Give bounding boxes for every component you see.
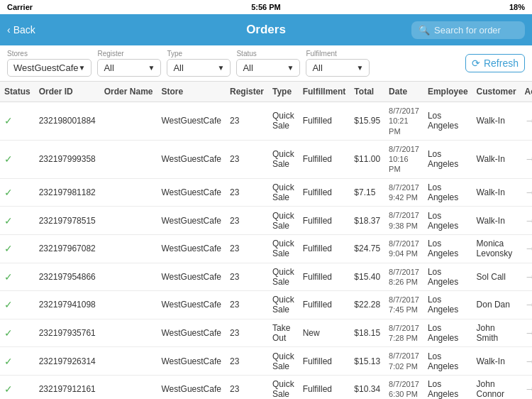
action-arrow-icon[interactable]: → (525, 114, 532, 126)
fulfillment-filter-value: All (312, 62, 322, 73)
cell-action[interactable]: → (521, 140, 532, 178)
cell-type: Quick Sale (268, 347, 299, 376)
cell-action[interactable]: → (521, 375, 532, 399)
search-placeholder: Search for order (434, 25, 501, 35)
cell-action[interactable]: → (521, 291, 532, 319)
cell-customer: John Connor (472, 375, 521, 399)
refresh-label: Refresh (484, 58, 519, 69)
battery-label: 18% (509, 3, 525, 11)
page-title: Orders (246, 23, 286, 37)
cell-action[interactable]: → (521, 102, 532, 141)
stores-filter[interactable]: Stores WestGuestCafe ▼ (7, 50, 92, 77)
action-arrow-icon[interactable]: → (525, 214, 532, 226)
cell-store: WestGuestCafe (157, 291, 225, 319)
cell-fulfillment: Fulfilled (299, 207, 350, 235)
col-order-name: Order Name (100, 82, 157, 102)
col-customer: Customer (472, 82, 521, 102)
stores-chevron-icon: ▼ (79, 64, 86, 72)
col-type: Type (268, 82, 299, 102)
refresh-button[interactable]: ⟳ Refresh (465, 54, 525, 72)
col-store: Store (157, 82, 225, 102)
cell-fulfillment: Fulfilled (299, 102, 350, 141)
table-header: Status Order ID Order Name Store Registe… (0, 82, 532, 102)
table-row[interactable]: ✓ 232197935761 WestGuestCafe 23 Take Out… (0, 319, 532, 347)
action-arrow-icon[interactable]: → (525, 242, 532, 254)
cell-employee: Los Angeles (423, 263, 472, 291)
table-row[interactable]: ✓ 232197941098 WestGuestCafe 23 Quick Sa… (0, 291, 532, 319)
cell-customer: Walk-In (472, 102, 521, 141)
cell-fulfillment: Fulfilled (299, 291, 350, 319)
type-filter[interactable]: Type All ▼ (167, 50, 231, 77)
action-arrow-icon[interactable]: → (525, 355, 532, 367)
cell-fulfillment: New (299, 319, 350, 347)
cell-total: $15.95 (350, 102, 384, 141)
action-arrow-icon[interactable]: → (525, 186, 532, 198)
cell-status: ✓ (0, 375, 35, 399)
type-filter-label: Type (167, 50, 231, 58)
cell-type: Quick Sale (268, 140, 299, 178)
cell-customer: Don Dan (472, 291, 521, 319)
cell-order-id: 232197935761 (35, 319, 100, 347)
status-filter[interactable]: Status All ▼ (236, 50, 300, 77)
check-icon: ✓ (4, 327, 13, 339)
cell-date: 8/7/20179:04 PM (384, 234, 423, 263)
table-row[interactable]: ✓ 232197954866 WestGuestCafe 23 Quick Sa… (0, 263, 532, 291)
search-bar[interactable]: 🔍 Search for order (411, 21, 525, 39)
action-arrow-icon[interactable]: → (525, 270, 532, 283)
stores-filter-value: WestGuestCafe (13, 62, 79, 73)
cell-action[interactable]: → (521, 234, 532, 263)
type-filter-select[interactable]: All ▼ (167, 59, 231, 77)
action-arrow-icon[interactable]: → (525, 327, 532, 339)
register-filter-select[interactable]: All ▼ (97, 59, 161, 77)
table-row[interactable]: ✓ 232197981182 WestGuestCafe 23 Quick Sa… (0, 178, 532, 207)
filter-bar: Stores WestGuestCafe ▼ Register All ▼ Ty… (0, 45, 532, 82)
register-filter[interactable]: Register All ▼ (97, 50, 161, 77)
col-order-id: Order ID (35, 82, 100, 102)
table-row[interactable]: ✓ 232197999358 WestGuestCafe 23 Quick Sa… (0, 140, 532, 178)
cell-store: WestGuestCafe (157, 207, 225, 235)
cell-action[interactable]: → (521, 178, 532, 207)
table-row[interactable]: ✓ 232198001884 WestGuestCafe 23 Quick Sa… (0, 102, 532, 141)
cell-store: WestGuestCafe (157, 140, 225, 178)
status-filter-select[interactable]: All ▼ (236, 59, 300, 77)
action-arrow-icon[interactable]: → (525, 153, 532, 165)
fulfillment-filter[interactable]: Fulfilment All ▼ (306, 50, 370, 77)
cell-type: Quick Sale (268, 291, 299, 319)
cell-status: ✓ (0, 178, 35, 207)
action-arrow-icon[interactable]: → (525, 298, 532, 310)
cell-date: 8/7/20178:26 PM (384, 263, 423, 291)
table-row[interactable]: ✓ 232197967082 WestGuestCafe 23 Quick Sa… (0, 234, 532, 263)
cell-register: 23 (226, 291, 268, 319)
cell-total: $18.15 (350, 319, 384, 347)
table-row[interactable]: ✓ 232197926314 WestGuestCafe 23 Quick Sa… (0, 347, 532, 376)
col-register: Register (226, 82, 268, 102)
fulfillment-filter-select[interactable]: All ▼ (306, 59, 370, 77)
cell-date: 8/7/20179:42 PM (384, 178, 423, 207)
cell-order-id: 232197954866 (35, 263, 100, 291)
stores-filter-select[interactable]: WestGuestCafe ▼ (7, 59, 92, 77)
cell-type: Take Out (268, 319, 299, 347)
action-arrow-icon[interactable]: → (525, 383, 532, 395)
check-icon: ✓ (4, 383, 13, 395)
cell-action[interactable]: → (521, 263, 532, 291)
cell-action[interactable]: → (521, 319, 532, 347)
cell-action[interactable]: → (521, 207, 532, 235)
cell-action[interactable]: → (521, 347, 532, 376)
cell-status: ✓ (0, 319, 35, 347)
table-row[interactable]: ✓ 232197912161 WestGuestCafe 23 Quick Sa… (0, 375, 532, 399)
cell-fulfillment: Fulfilled (299, 263, 350, 291)
cell-order-name (100, 263, 157, 291)
cell-type: Quick Sale (268, 234, 299, 263)
status-filter-label: Status (236, 50, 300, 58)
register-chevron-icon: ▼ (148, 64, 155, 72)
col-total: Total (350, 82, 384, 102)
table-row[interactable]: ✓ 232197978515 WestGuestCafe 23 Quick Sa… (0, 207, 532, 235)
check-icon: ✓ (4, 271, 13, 283)
col-fulfillment: Fulfillment (299, 82, 350, 102)
cell-order-id: 232197912161 (35, 375, 100, 399)
cell-register: 23 (226, 207, 268, 235)
check-icon: ✓ (4, 299, 13, 310)
back-button[interactable]: ‹ Back (7, 24, 35, 35)
cell-order-id: 232198001884 (35, 102, 100, 141)
cell-register: 23 (226, 375, 268, 399)
